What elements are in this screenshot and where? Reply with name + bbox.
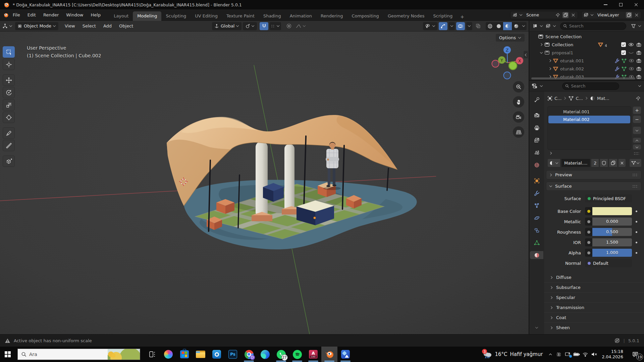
gizmo-axis-y-neg[interactable] [509, 62, 517, 70]
tool-add-cube[interactable] [3, 156, 15, 167]
proportional-falloff-selector[interactable] [294, 22, 307, 30]
tab-material[interactable] [530, 251, 543, 259]
start-button[interactable] [0, 347, 15, 362]
taskbar-search-input[interactable] [26, 352, 108, 357]
tab-overflow-chevron[interactable] [530, 323, 543, 331]
expand-icon[interactable] [540, 43, 543, 46]
workspace-tab-sculpting[interactable]: Sculpting [161, 11, 191, 21]
expand-icon[interactable] [549, 59, 552, 62]
expand-icon[interactable] [549, 67, 552, 70]
outliner-search[interactable] [560, 22, 626, 30]
outliner-editor-icon[interactable] [532, 23, 538, 29]
workspace-tab-geometry-nodes[interactable]: Geometry Nodes [383, 11, 429, 21]
resize-grip[interactable] [634, 152, 639, 155]
spotify-button[interactable] [289, 347, 305, 362]
roughness-slider[interactable]: 0.500 [585, 228, 632, 236]
tray-wifi-icon[interactable] [581, 347, 590, 362]
panel-surface[interactable]: Surface [546, 182, 641, 191]
shading-rendered-button[interactable] [512, 22, 521, 30]
base-color-field[interactable] [585, 207, 632, 215]
breadcrumb-object-label[interactable]: C... [554, 96, 561, 101]
taskbar-clock[interactable]: 15:18 2.04.2026 [598, 349, 627, 360]
camera-render-icon[interactable] [636, 43, 641, 47]
menu-edit[interactable]: Edit [24, 11, 39, 19]
tool-select-box[interactable] [3, 46, 15, 58]
subpanel-diffuse[interactable]: Diffuse [544, 272, 644, 282]
outlook-button[interactable] [209, 347, 225, 362]
breadcrumb-object-icon[interactable] [547, 96, 552, 101]
maximize-button[interactable] [613, 0, 629, 9]
viewlayer-icon[interactable] [583, 12, 589, 18]
viewport-menu-object[interactable]: Object [116, 22, 136, 29]
minimize-button[interactable] [598, 0, 613, 9]
workspace-tab-rendering[interactable]: Rendering [316, 11, 347, 21]
unlink-scene-icon[interactable] [570, 12, 576, 18]
remove-viewlayer-icon[interactable] [634, 12, 640, 18]
tab-modifiers[interactable] [530, 189, 543, 197]
scene-dropdown-icon[interactable] [520, 13, 523, 16]
tray-project-screen-icon[interactable] [564, 347, 572, 362]
outliner-search-input[interactable] [569, 23, 623, 28]
pivot-point-selector[interactable] [243, 22, 257, 30]
tab-particles[interactable] [530, 201, 543, 209]
outliner-scrollbar[interactable] [531, 77, 635, 79]
pin-icon[interactable] [636, 96, 641, 101]
overlays-toggle[interactable] [456, 22, 465, 30]
tab-render[interactable] [530, 111, 543, 119]
properties-options-dropdown-icon[interactable] [638, 84, 641, 87]
viewlayer-dropdown-icon[interactable] [591, 13, 594, 16]
camera-render-icon[interactable] [636, 75, 641, 79]
tray-meet-now-icon[interactable] [555, 347, 564, 362]
subpanel-coat[interactable]: Coat [544, 312, 644, 322]
options-button[interactable]: Options [496, 34, 525, 42]
material-specials-button[interactable] [629, 159, 642, 167]
eye-open-icon[interactable] [629, 67, 634, 71]
menu-window[interactable]: Window [63, 11, 87, 19]
remove-slot-button[interactable]: − [633, 115, 641, 123]
ior-slider[interactable]: 1.500 [585, 238, 632, 246]
mode-selector[interactable]: Object Mode [15, 22, 58, 30]
mesh-data-icon[interactable] [622, 67, 627, 71]
properties-search[interactable] [562, 82, 619, 90]
camera-view-button[interactable] [513, 111, 524, 123]
animate-dot[interactable] [632, 221, 641, 223]
navigation-gizmo[interactable]: Z Y X [489, 44, 527, 82]
outliner-row-oturak-002[interactable]: oturak.002 [529, 65, 644, 73]
outliner-display-dropdown-icon[interactable] [553, 24, 556, 27]
fake-user-button[interactable] [600, 159, 608, 167]
file-explorer-button[interactable] [193, 347, 209, 362]
photoshop-button[interactable]: Ps [225, 347, 241, 362]
new-viewlayer-icon[interactable] [626, 12, 632, 18]
subpanel-transmission[interactable]: Transmission [544, 302, 644, 312]
sidebar-collapse-arrow[interactable] [524, 51, 528, 58]
material-slot-list[interactable]: Material.001 Material.002 [547, 106, 631, 150]
tray-expand-chevron[interactable] [546, 347, 555, 362]
camera-render-icon[interactable] [636, 51, 641, 55]
collection-checkbox[interactable] [621, 50, 626, 55]
task-view-button[interactable] [144, 347, 160, 362]
snap-toggle[interactable] [260, 22, 268, 30]
tab-output[interactable] [530, 124, 543, 132]
orthographic-toggle-button[interactable] [513, 126, 524, 138]
eye-closed-icon[interactable] [628, 51, 634, 55]
workspace-tab-scripting[interactable]: Scripting [429, 11, 457, 21]
workspace-tab-modeling[interactable]: Modeling [133, 11, 161, 21]
viewport-menu-add[interactable]: Add [100, 22, 115, 29]
notification-center-button[interactable]: 19 [627, 347, 644, 362]
scene-canvas[interactable] [0, 32, 529, 334]
tab-tool[interactable] [530, 96, 543, 104]
search-highlight-image[interactable] [108, 349, 140, 360]
alpha-slider[interactable]: 1.000 [585, 249, 632, 257]
workspace-tab-layout[interactable]: Layout [109, 11, 133, 21]
scene-name[interactable]: Scene [524, 12, 553, 17]
subpanel-specular[interactable]: Specular [544, 292, 644, 302]
viewport-menu-select[interactable]: Select [79, 22, 99, 29]
breadcrumb-material-label[interactable]: Mat... [597, 96, 609, 101]
workspace-tab-texture-paint[interactable]: Texture Paint [222, 11, 259, 21]
taskbar-search[interactable] [17, 349, 140, 360]
move-slot-down-button[interactable] [633, 144, 641, 150]
material-users-button[interactable]: 2 [591, 159, 599, 167]
animate-dot[interactable] [632, 242, 641, 243]
slot-specials-button[interactable] [633, 126, 641, 134]
object-visibility-selector[interactable] [423, 22, 437, 30]
